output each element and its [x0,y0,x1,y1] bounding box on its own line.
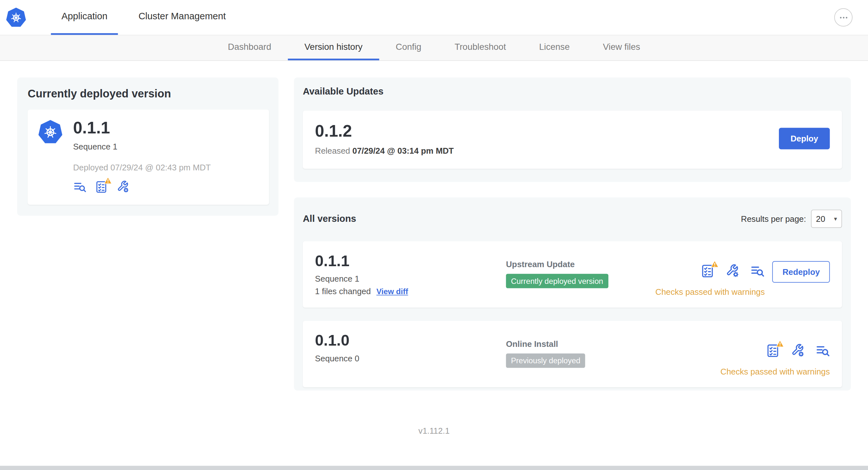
version-row-left: 0.1.0 Sequence 0 [315,332,506,376]
all-versions-title: All versions [303,213,356,224]
deployed-version-details: 0.1.1 Sequence 1 Deployed 07/29/24 @ 02:… [73,118,211,194]
released-label: Released [315,146,350,155]
version-row-left: 0.1.1 Sequence 1 1 files changed View di… [315,253,506,297]
view-logs-icon[interactable] [750,264,765,278]
deployed-version-number: 0.1.1 [73,118,211,137]
header-tabs: Application Cluster Management [51,0,236,35]
row-files-line: 1 files changed View diff [315,287,506,296]
bottom-edge-strip [0,466,868,470]
version-row-middle: Upstream Update Currently deployed versi… [506,253,655,297]
main-content: Currently deployed version 0.1.1 Sequenc… [0,61,868,391]
update-released-line: Released 07/29/24 @ 03:14 pm MDT [315,146,454,155]
chevron-down-icon: ▾ [834,216,837,222]
update-version-number: 0.1.2 [315,122,454,141]
version-row-middle: Online Install Previously deployed [506,332,721,376]
preflight-checklist-icon[interactable] [701,264,715,278]
currently-deployed-panel: Currently deployed version 0.1.1 Sequenc… [17,77,278,216]
subnav-tab-dashboard[interactable]: Dashboard [211,35,288,60]
results-per-page-value: 20 [816,214,825,224]
deployed-version-sequence: Sequence 1 [73,141,211,151]
preflight-checklist-icon[interactable] [766,344,780,358]
version-row-right: Checks passed with warnings [720,332,830,376]
header-right [834,0,852,35]
config-wrench-icon[interactable] [116,180,129,194]
app-version-footer: v1.112.1 [0,426,868,435]
row-icons-and-status: Checks passed with warnings [720,341,830,376]
view-diff-link[interactable]: View diff [376,287,408,296]
row-version-number: 0.1.0 [315,332,506,349]
config-wrench-icon[interactable] [725,264,740,278]
kubernetes-logo-icon [5,0,26,35]
subnav-tab-config[interactable]: Config [379,35,438,60]
version-row: 0.1.0 Sequence 0 Online Install Previous… [303,321,842,387]
deployed-version-actions [73,180,211,194]
all-versions-header: All versions Results per page: 20 ▾ [303,210,842,228]
redeploy-button[interactable]: Redeploy [772,261,830,282]
released-date: 07/29/24 @ 03:14 pm MDT [352,146,454,155]
results-per-page-label: Results per page: [741,214,806,224]
checks-status-text: Checks passed with warnings [720,367,830,376]
update-card: 0.1.2 Released 07/29/24 @ 03:14 pm MDT D… [303,110,842,169]
row-sequence: Sequence 0 [315,354,506,363]
files-changed-label: 1 files changed [315,287,371,296]
tab-cluster-management[interactable]: Cluster Management [128,0,237,35]
subnav-tab-version-history[interactable]: Version history [288,35,379,60]
top-header: Application Cluster Management [0,0,868,35]
row-version-number: 0.1.1 [315,253,506,270]
app-subnav: Dashboard Version history Config Trouble… [0,35,868,61]
results-per-page-select[interactable]: 20 ▾ [811,210,842,228]
version-row-right: Checks passed with warnings Redeploy [655,253,830,297]
checks-status-text: Checks passed with warnings [655,287,765,296]
subnav-tab-license[interactable]: License [523,35,586,60]
deployed-version-card: 0.1.1 Sequence 1 Deployed 07/29/24 @ 02:… [28,110,269,205]
view-logs-icon[interactable] [73,180,86,194]
results-per-page: Results per page: 20 ▾ [741,210,842,228]
row-sequence: Sequence 1 [315,274,506,283]
row-icons-and-status: Checks passed with warnings [655,261,765,296]
currently-deployed-title: Currently deployed version [28,88,269,100]
version-row: 0.1.1 Sequence 1 1 files changed View di… [303,241,842,307]
row-source-label: Upstream Update [506,260,655,269]
available-updates-title: Available Updates [303,86,842,97]
row-source-label: Online Install [506,339,721,348]
previously-deployed-badge: Previously deployed [506,354,586,368]
available-updates-panel: Available Updates 0.1.2 Released 07/29/2… [294,77,851,182]
ellipsis-icon [838,12,848,23]
row-action-icons [701,264,765,278]
more-options-button[interactable] [834,8,852,27]
deployed-version-date: Deployed 07/29/24 @ 02:43 pm MDT [73,163,211,172]
deploy-button[interactable]: Deploy [779,128,830,149]
config-wrench-icon[interactable] [790,344,805,358]
current-version-column: Currently deployed version 0.1.1 Sequenc… [17,77,278,216]
versions-column: Available Updates 0.1.2 Released 07/29/2… [294,77,851,391]
all-versions-panel: All versions Results per page: 20 ▾ 0.1.… [294,197,851,391]
deployed-status-badge: Currently deployed version [506,274,608,289]
tab-application[interactable]: Application [51,0,118,35]
subnav-tab-view-files[interactable]: View files [586,35,657,60]
row-action-icons [766,344,830,358]
preflight-checklist-icon[interactable] [95,180,108,194]
kubernetes-version-icon [38,120,63,145]
update-details: 0.1.2 Released 07/29/24 @ 03:14 pm MDT [315,122,454,156]
view-logs-icon[interactable] [815,344,830,358]
subnav-tab-troubleshoot[interactable]: Troubleshoot [438,35,523,60]
app-window: Application Cluster Management Dashboard… [0,0,868,470]
